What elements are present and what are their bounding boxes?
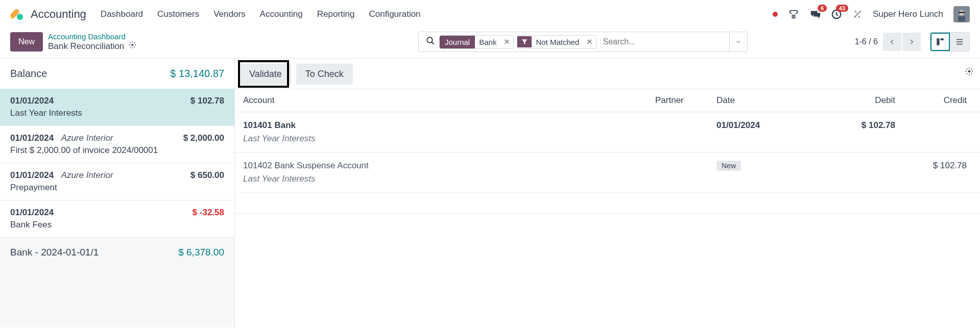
line-account: 101402 Bank Suspense Account <box>243 161 655 171</box>
bank-summary-row[interactable]: Bank - 2024-01-01/1 $ 6,378.00 <box>0 238 234 267</box>
company-name[interactable]: Super Hero Lunch <box>873 9 943 19</box>
line-account: 101401 Bank <box>243 120 655 131</box>
statement-sidebar: Balance $ 13,140.87 01/01/2024 $ 102.78 … <box>0 59 235 327</box>
filter-chip-notmatched: Not Matched ✕ <box>517 35 596 49</box>
statement-amount: $ 102.78 <box>190 96 224 106</box>
bank-summary-label: Bank - 2024-01-01/1 <box>10 247 99 258</box>
svg-point-1 <box>17 14 23 20</box>
line-desc: Last Year Interests <box>243 134 655 144</box>
search-box: Journal Bank ✕ Not Matched ✕ <box>418 32 730 52</box>
journal-line[interactable]: 101402 Bank Suspense Account Last Year I… <box>235 152 980 193</box>
nav-dashboard[interactable]: Dashboard <box>101 9 143 19</box>
view-toggle <box>930 32 970 52</box>
nav-vendors[interactable]: Vendors <box>213 9 245 19</box>
balance-row: Balance $ 13,140.87 <box>0 59 234 89</box>
statement-amount: $ 2,000.00 <box>183 133 224 143</box>
breadcrumb-current: Bank Reconciliation <box>48 41 136 52</box>
statement-date: 01/01/2024 <box>10 208 54 217</box>
statement-desc: Prepayment <box>10 183 224 193</box>
nav-configuration[interactable]: Configuration <box>369 9 420 19</box>
chip-journal-label: Journal <box>440 36 475 48</box>
svg-rect-5 <box>959 12 965 13</box>
breadcrumb-current-text: Bank Reconciliation <box>48 41 124 52</box>
tab-row: Validate To Check <box>235 59 980 89</box>
chip-journal-value: Bank <box>475 36 500 48</box>
statement-item[interactable]: 01/01/2024 $ -32.58 Bank Fees <box>0 200 234 238</box>
search-wrap: Journal Bank ✕ Not Matched ✕ 1-6 <box>418 32 970 52</box>
funnel-icon <box>517 36 532 47</box>
app-logo[interactable] <box>10 7 25 21</box>
gear-icon[interactable] <box>128 41 136 52</box>
svg-rect-10 <box>937 38 939 45</box>
balance-label: Balance <box>10 68 47 80</box>
line-desc: Last Year Interests <box>243 174 655 184</box>
svg-rect-11 <box>941 38 944 40</box>
activity-badge: 43 <box>836 5 848 12</box>
new-button[interactable]: New <box>10 32 43 52</box>
svg-point-8 <box>427 37 433 43</box>
chip-notmatched-value: Not Matched <box>532 36 583 48</box>
filter-chip-journal: Journal Bank ✕ <box>439 35 514 49</box>
recording-indicator <box>773 12 778 17</box>
search-input[interactable] <box>600 37 726 46</box>
svg-rect-6 <box>958 16 965 21</box>
nav-menu: Dashboard Customers Vendors Accounting R… <box>101 9 421 19</box>
search-icon[interactable] <box>422 36 439 47</box>
chip-notmatched-close-icon[interactable]: ✕ <box>583 37 596 46</box>
statement-item[interactable]: 01/01/2024 Azure Interior $ 650.00 Prepa… <box>0 163 234 200</box>
nav-accounting[interactable]: Accounting <box>260 9 303 19</box>
col-debit: Debit <box>819 95 895 106</box>
reconciliation-content: Validate To Check Account Partner Date D… <box>235 59 980 327</box>
user-avatar[interactable] <box>953 6 970 22</box>
view-list-icon[interactable] <box>950 33 969 51</box>
navbar-right: 6 43 Super Hero Lunch <box>773 6 970 22</box>
statement-amount: $ 650.00 <box>190 170 224 181</box>
statement-desc: Bank Fees <box>10 220 224 230</box>
col-partner: Partner <box>655 95 716 106</box>
settings-gear-icon[interactable] <box>965 67 974 78</box>
tools-icon[interactable] <box>852 9 863 19</box>
subheader: New Accounting Dashboard Bank Reconcilia… <box>0 29 980 58</box>
statement-desc: First $ 2,000.00 of invoice 2024/00001 <box>10 145 224 156</box>
chat-icon[interactable]: 6 <box>809 9 821 20</box>
statement-amount: $ -32.58 <box>193 208 224 218</box>
line-credit: $ 102.78 <box>895 161 972 171</box>
validate-button[interactable]: Validate <box>240 64 291 85</box>
to-check-button[interactable]: To Check <box>296 64 353 85</box>
journal-line[interactable]: 101401 Bank Last Year Interests 01/01/20… <box>235 112 980 152</box>
col-credit: Credit <box>895 95 972 106</box>
search-dropdown-caret[interactable] <box>729 32 748 52</box>
statement-item[interactable]: 01/01/2024 Azure Interior $ 2,000.00 Fir… <box>0 126 234 163</box>
navbar: Accounting Dashboard Customers Vendors A… <box>0 0 980 29</box>
line-date-new: New <box>716 161 819 171</box>
chip-journal-close-icon[interactable]: ✕ <box>500 37 513 46</box>
line-date: 01/01/2024 <box>716 120 819 131</box>
statement-partner: Azure Interior <box>61 133 113 143</box>
pager-prev-icon[interactable] <box>883 33 901 51</box>
svg-point-15 <box>968 70 971 73</box>
breadcrumb: Accounting Dashboard Bank Reconciliation <box>48 32 136 52</box>
activity-icon[interactable]: 43 <box>831 9 842 20</box>
statement-desc: Last Year Interests <box>10 108 224 118</box>
pager-text: 1-6 / 6 <box>855 37 878 46</box>
bank-summary-amount: $ 6,378.00 <box>178 247 224 258</box>
col-account: Account <box>243 95 655 106</box>
app-title: Accounting <box>31 8 86 21</box>
main: Balance $ 13,140.87 01/01/2024 $ 102.78 … <box>0 59 980 327</box>
statement-item[interactable]: 01/01/2024 $ 102.78 Last Year Interests <box>0 89 234 126</box>
pager: 1-6 / 6 <box>855 33 921 51</box>
nav-customers[interactable]: Customers <box>157 9 199 19</box>
nav-reporting[interactable]: Reporting <box>317 9 355 19</box>
table-header: Account Partner Date Debit Credit <box>235 89 980 112</box>
col-date: Date <box>716 95 819 106</box>
breadcrumb-link[interactable]: Accounting Dashboard <box>48 32 136 41</box>
statement-date: 01/01/2024 <box>10 133 54 143</box>
phone-icon[interactable] <box>788 9 799 20</box>
svg-line-9 <box>432 42 434 44</box>
new-badge: New <box>716 161 741 171</box>
view-kanban-icon[interactable] <box>930 33 950 51</box>
pager-next-icon[interactable] <box>902 33 921 51</box>
statement-date: 01/01/2024 <box>10 170 54 180</box>
chat-badge: 6 <box>818 5 827 12</box>
balance-amount: $ 13,140.87 <box>170 68 224 80</box>
